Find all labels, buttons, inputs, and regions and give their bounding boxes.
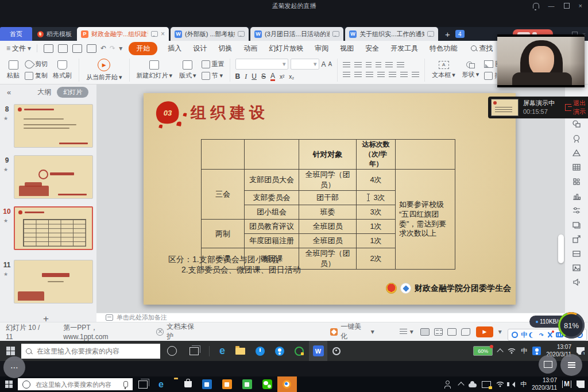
tray-expand-chevron-icon[interactable] [497, 348, 504, 355]
comment-icon[interactable] [151, 31, 158, 37]
menu-tab-security[interactable]: 安全 [365, 44, 379, 53]
float-list-button[interactable] [560, 354, 582, 376]
file-explorer-icon[interactable] [235, 348, 245, 355]
clock[interactable]: 13:07 2020/3/11 [532, 377, 557, 391]
menu-tab-design[interactable]: 设计 [193, 44, 207, 53]
share-preview-thumbnail[interactable] [491, 99, 519, 116]
paste-button[interactable]: 粘贴 [3, 60, 23, 80]
edge-icon[interactable]: e [219, 345, 225, 357]
align-text-icon[interactable] [397, 62, 404, 68]
start-button[interactable] [5, 381, 13, 388]
sogou-browser-active[interactable] [277, 376, 297, 392]
save-icon[interactable] [44, 44, 53, 53]
people-tray-icon[interactable] [444, 382, 454, 389]
menu-tab-features[interactable]: 特色功能 [430, 44, 457, 53]
taskbar-search[interactable] [21, 344, 160, 359]
taskbar-search[interactable] [18, 378, 133, 390]
menu-tab-slideshow[interactable]: 幻灯片放映 [269, 44, 303, 53]
search-input[interactable] [34, 381, 119, 389]
user-app-tray-icon[interactable] [532, 347, 541, 355]
tab-document[interactable]: W (外部版) ...部考核细则 [171, 27, 249, 41]
medal-icon[interactable] [572, 134, 581, 143]
slide-table[interactable]: 针对对象 达标次数 （次/学年） 三会 支部团员大会 全班同学（团员） 4次 如… [201, 139, 455, 270]
copy-button[interactable]: 复制 [25, 72, 48, 80]
comment-icon[interactable] [238, 31, 245, 37]
tray-expand-chevron-icon[interactable] [458, 382, 465, 388]
distribute-icon[interactable] [389, 72, 396, 78]
tab-docer[interactable]: 稻壳模板 [32, 27, 77, 41]
m-app-tray-icon[interactable]: M [562, 381, 571, 388]
menu-tab-review[interactable]: 审阅 [315, 44, 328, 53]
quick-layout-button[interactable]: ▾ [400, 328, 413, 336]
browser-app-icon[interactable] [295, 347, 304, 356]
settings-icon[interactable] [332, 347, 341, 355]
superscript-button[interactable]: x² [280, 74, 284, 80]
slideshow-options-chevron-icon[interactable]: ▾ [498, 328, 502, 336]
clock-app-icon[interactable] [256, 347, 265, 356]
font-shrink-button[interactable]: A [328, 61, 332, 67]
numbering-icon[interactable] [354, 62, 362, 68]
protection-status[interactable]: 文档未保护 [156, 322, 200, 341]
outdent-icon[interactable] [366, 62, 372, 68]
shapes-button[interactable]: 形状 ▾ [459, 62, 483, 79]
tab-document[interactable]: W 关于组织实...工作的通知 [345, 27, 438, 41]
notification-bell-icon[interactable] [533, 3, 539, 9]
start-button[interactable] [6, 347, 15, 355]
comment-icon[interactable] [427, 31, 434, 37]
slideshow-button[interactable]: ▶ [476, 326, 493, 337]
close-button[interactable]: × [579, 2, 582, 9]
tab-count-badge[interactable]: 4 [455, 30, 465, 38]
comment-icon[interactable] [332, 31, 339, 37]
webcam-video[interactable] [497, 34, 585, 87]
screenshot-scissors-icon[interactable] [547, 332, 553, 338]
strikethrough-button[interactable]: S [261, 72, 266, 80]
microphone-icon[interactable] [123, 381, 128, 387]
office-app-icon[interactable] [222, 379, 232, 389]
maximize-button[interactable] [564, 3, 570, 9]
slide-thumbnail-9[interactable] [14, 155, 93, 199]
wifi-icon[interactable] [496, 381, 504, 387]
action-center-icon[interactable] [577, 381, 585, 388]
subscript-button[interactable]: x₂ [289, 74, 294, 80]
notes-bar[interactable]: 单击此处添加备注 [96, 313, 565, 322]
undo-icon[interactable]: ↶ [100, 44, 106, 52]
format-painter-button[interactable]: 格式刷 [49, 60, 75, 80]
slide-title[interactable]: 组织建设 [191, 102, 269, 123]
reading-view-button[interactable] [461, 328, 470, 336]
canvas-scrollbar[interactable] [558, 235, 564, 263]
screen-lock-icon[interactable] [482, 381, 491, 388]
outline-tab[interactable]: 大纲 [37, 87, 51, 97]
battery-indicator[interactable]: 60% [473, 346, 493, 356]
quote-icon[interactable]: ↷ [539, 332, 544, 338]
new-tab-button[interactable]: + [445, 29, 450, 39]
search-input[interactable] [36, 347, 156, 356]
text-direction-icon[interactable] [385, 62, 393, 68]
microsoft-store-icon[interactable] [184, 381, 192, 387]
tab-home[interactable]: 首页 [0, 27, 32, 41]
font-size-select[interactable]: ▾ [291, 59, 319, 70]
slide-thumbnail-10-selected[interactable] [14, 206, 93, 250]
textbox-button[interactable]: A 文本框 ▾ [428, 61, 459, 79]
audio-icon[interactable] [572, 278, 581, 287]
bullets-icon[interactable] [343, 62, 350, 68]
menu-tab-devtools[interactable]: 开发工具 [390, 44, 418, 53]
normal-view-button[interactable] [420, 328, 430, 336]
hamburger-icon[interactable]: ≡ [6, 44, 10, 52]
exit-share-button[interactable]: 退出演示 [565, 99, 588, 116]
menu-tab-view[interactable]: 视图 [340, 44, 354, 53]
slide-10[interactable]: 03 组织建设 针对对象 达标次数 （次/学年） 三会 支部团员大会 全班同学（… [144, 93, 516, 305]
task-view-button[interactable] [189, 347, 199, 355]
print-icon[interactable] [72, 44, 82, 53]
adjust-sliders-icon[interactable] [572, 206, 581, 215]
menu-tab-transition[interactable]: 切换 [218, 44, 232, 53]
slide-thumbnail-11[interactable] [14, 260, 93, 303]
chart-icon[interactable] [572, 191, 581, 201]
tab-document-active[interactable]: P 财政金融学...组织建设* × [77, 27, 169, 41]
tab-document[interactable]: W (3月团日活...日活动的通知 [250, 27, 343, 41]
two-page-view-button[interactable] [447, 328, 457, 336]
onedrive-cloud-icon[interactable] [469, 383, 477, 387]
find-button[interactable]: 查找 [479, 44, 493, 53]
pyramid-icon[interactable] [572, 148, 581, 157]
menu-tab-insert[interactable]: 插入 [168, 44, 181, 53]
ime-language-button[interactable]: 中 [521, 330, 527, 339]
